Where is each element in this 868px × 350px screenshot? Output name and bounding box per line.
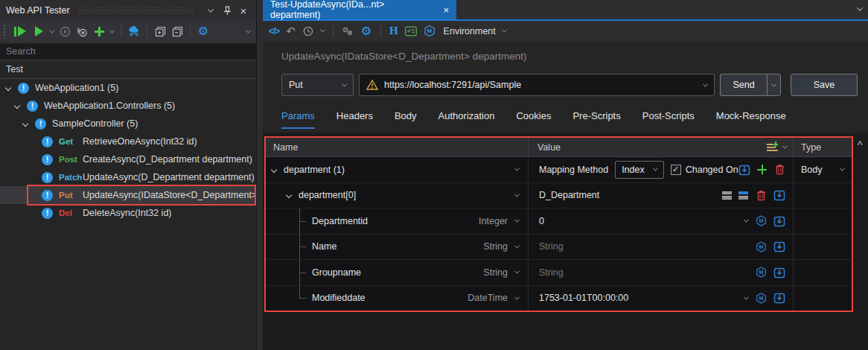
mock-hexagon-icon[interactable]: M — [755, 267, 767, 279]
search-input[interactable] — [0, 46, 256, 57]
param-name-cell[interactable]: department (1) — [266, 157, 528, 182]
import-value-icon[interactable] — [773, 189, 785, 201]
import-value-icon[interactable] — [773, 267, 785, 279]
param-type-cell[interactable] — [793, 235, 852, 260]
tree-node-put-update-selected[interactable]: Put UpdateAsync(IDataStore<D_Department>… — [0, 186, 256, 204]
run-all-tests-button[interactable] — [13, 25, 28, 37]
add-row-chevron-icon[interactable] — [782, 144, 788, 149]
history-clock-icon[interactable] — [302, 25, 314, 37]
drag-grip[interactable] — [77, 7, 194, 13]
mock-hexagon-icon[interactable]: M — [755, 292, 767, 304]
param-value-cell[interactable]: 1753-01-01T00:00:00 M — [528, 286, 793, 311]
param-type-cell[interactable]: Body — [793, 157, 852, 182]
import-value-icon[interactable] — [773, 215, 785, 227]
document-tab[interactable]: Test-UpdateAsync(IDa...nt> department) × — [263, 0, 456, 19]
window-menu-button[interactable] — [204, 4, 217, 17]
chevron-down-icon[interactable] — [271, 167, 277, 173]
tree-node-del-delete[interactable]: Del DeleteAsync(Int32 id) — [0, 204, 256, 222]
http-method-select[interactable]: Put — [281, 74, 354, 96]
param-value-cell[interactable]: String M — [528, 260, 793, 285]
param-name-cell[interactable]: Groupname String — [266, 260, 528, 285]
type-chevron-icon[interactable] — [840, 166, 845, 171]
tree-root-label[interactable]: Test — [0, 60, 256, 79]
url-chevron-icon[interactable] — [703, 81, 708, 86]
name-cell-chevron-icon[interactable] — [514, 166, 520, 171]
send-options-chevron-icon[interactable] — [767, 74, 781, 96]
rows-gray-icon[interactable] — [722, 191, 732, 200]
toolbar-overflow-chevron-icon[interactable] — [246, 28, 251, 33]
tree-node-controllers[interactable]: WebApplication1.Controllers (5) — [0, 97, 256, 115]
mapping-method-select[interactable]: Index — [615, 161, 664, 179]
tab-params[interactable]: Params — [281, 110, 315, 129]
send-button[interactable]: Send — [720, 74, 767, 96]
tree-node-patch-update[interactable]: Patch UpdateAsync(D_Department departmen… — [0, 168, 256, 186]
collapse-all-icon[interactable] — [171, 25, 183, 37]
save-button[interactable]: Save — [791, 74, 858, 96]
tab-pre-scripts[interactable]: Pre-Scripts — [572, 110, 620, 129]
environment-chevron-icon[interactable] — [502, 28, 507, 33]
tab-mock-response[interactable]: Mock-Response — [716, 110, 786, 129]
param-value-cell[interactable]: 0 M — [528, 209, 793, 234]
tab-close-icon[interactable]: × — [443, 5, 449, 15]
build-settings-icon[interactable] — [342, 25, 354, 37]
rows-blue-icon[interactable] — [738, 191, 748, 200]
datatype-chevron-icon[interactable] — [514, 243, 520, 248]
param-name-cell[interactable]: Modifieddate DateTime — [266, 286, 528, 311]
add-test-button[interactable] — [93, 25, 105, 37]
stop-test-button[interactable] — [76, 25, 88, 37]
cloud-api-icon[interactable] — [128, 25, 140, 37]
code-view-icon[interactable]: </> — [269, 26, 279, 36]
tree-node-webapplication1[interactable]: WebApplication1 (5) — [0, 79, 256, 97]
add-options-chevron-icon[interactable] — [109, 28, 115, 33]
tab-cookies[interactable]: Cookies — [516, 110, 551, 129]
request-settings-gear-icon[interactable]: ⚙ — [360, 25, 372, 37]
settings-gear-icon[interactable]: ⚙ — [197, 25, 209, 37]
tab-post-scripts[interactable]: Post-Scripts — [642, 110, 695, 129]
toolbar-grip[interactable] — [3, 25, 6, 38]
import-value-icon[interactable] — [738, 164, 750, 176]
pin-icon[interactable] — [220, 4, 234, 17]
history-chevron-icon[interactable] — [320, 28, 325, 33]
import-value-icon[interactable] — [773, 241, 785, 252]
undo-icon[interactable]: ↶ — [286, 25, 296, 38]
value-chevron-icon[interactable] — [744, 217, 749, 223]
expand-all-icon[interactable] — [154, 25, 166, 37]
datatype-chevron-icon[interactable] — [514, 269, 520, 274]
environment-dropdown[interactable]: Environment — [444, 26, 496, 36]
import-value-icon[interactable] — [773, 292, 785, 304]
tab-headers[interactable]: Headers — [336, 110, 373, 129]
mock-hexagon-icon[interactable]: M — [755, 215, 767, 227]
param-type-cell[interactable] — [793, 209, 852, 234]
param-name-cell[interactable]: Departmentid Integer — [266, 209, 528, 234]
close-icon[interactable]: × — [237, 4, 250, 17]
delete-trash-icon[interactable] — [773, 164, 785, 176]
changed-on-checkbox[interactable]: ✓ — [671, 165, 681, 175]
chevron-down-icon[interactable] — [14, 103, 20, 109]
rerun-button-disabled[interactable] — [59, 25, 71, 37]
chevron-down-icon[interactable] — [286, 192, 292, 198]
chevron-down-icon[interactable] — [5, 85, 11, 91]
value-chevron-icon[interactable] — [744, 294, 749, 299]
tree-node-samplecontroller[interactable]: SampleController (5) — [0, 115, 256, 133]
url-combobox[interactable]: https://localhost:7291/api/Sample — [359, 74, 715, 96]
datatype-chevron-icon[interactable] — [514, 217, 520, 223]
param-value-cell[interactable]: String M — [528, 235, 793, 260]
delete-trash-icon[interactable] — [755, 189, 767, 201]
param-name-cell[interactable]: Name String — [266, 235, 528, 260]
tree-node-post-create[interactable]: Post CreateAsync(D_Department department… — [0, 150, 256, 168]
name-cell-chevron-icon[interactable] — [514, 191, 520, 197]
tab-body[interactable]: Body — [395, 110, 417, 129]
add-item-icon[interactable] — [757, 165, 767, 174]
mock-hexagon-icon[interactable]: M — [755, 241, 767, 252]
run-test-button[interactable] — [33, 25, 45, 37]
tabbar-overflow-chevron-icon[interactable] — [857, 4, 863, 10]
param-type-cell[interactable] — [793, 183, 852, 209]
add-row-icon[interactable] — [767, 143, 778, 152]
param-name-cell[interactable]: department[0] — [266, 183, 528, 209]
run-options-chevron-icon[interactable] — [49, 28, 54, 33]
scroll-up-icon[interactable]: ^ — [857, 139, 863, 150]
tab-authorization[interactable]: Authorization — [438, 110, 495, 129]
param-type-cell[interactable] — [793, 260, 852, 285]
mock-hexagon-icon[interactable]: M — [424, 25, 435, 37]
param-type-cell[interactable] — [793, 286, 852, 311]
